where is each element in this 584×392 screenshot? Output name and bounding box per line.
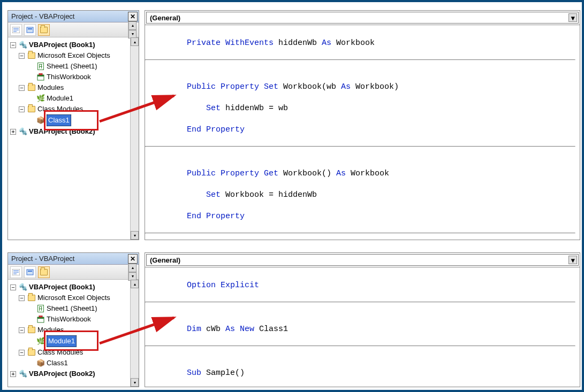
project-explorer-top: Project - VBAProject ✕ ▴▾ −🔩VBAProject (… [7, 10, 139, 240]
tree-scrollbar[interactable]: ▴▾ [130, 37, 139, 240]
tree-folder-class-modules[interactable]: −Class Modules [9, 347, 129, 358]
tree-item-sheet1[interactable]: Sheet1 (Sheet1) [9, 303, 129, 314]
vba-project-icon: 🔩 [19, 41, 27, 49]
code-pane-bottom: (General) ▾ Option Explicit Dim cWb As N… [145, 252, 580, 387]
code-pane-top: (General) ▾ Private WithEvents hiddenWb … [145, 10, 580, 240]
code-editor-bottom[interactable]: Option Explicit Dim cWb As New Class1 Su… [145, 267, 580, 387]
project-explorer-toolbar: ▴▾ [8, 265, 139, 280]
folder-icon [40, 27, 48, 33]
dropdown-value: (General) [150, 256, 180, 264]
tree-folder-class-modules[interactable]: −Class Modules [9, 104, 129, 114]
svg-rect-13 [28, 271, 32, 272]
workbook-icon [36, 315, 45, 324]
tree-label-selected: Class1 [47, 114, 71, 126]
project-explorer-title: Project - VBAProject [11, 255, 75, 263]
code-dropdown-bar: (General) ▾ [145, 11, 580, 25]
object-dropdown[interactable]: (General) ▾ [146, 12, 579, 24]
tree-folder-excel-objects[interactable]: −Microsoft Excel Objects [9, 293, 129, 303]
tree-item-module1[interactable]: 🌿Module1 [9, 335, 129, 347]
tree-label: Class Modules [37, 347, 83, 358]
tree-label: Modules [37, 325, 64, 335]
project-explorer-toolbar: ▴▾ [8, 22, 139, 37]
tree-scrollbar[interactable]: ▴▾ [130, 280, 139, 387]
tree-item-thisworkbook[interactable]: ThisWorkbook [9, 72, 129, 82]
vba-project-icon: 🔩 [19, 283, 27, 291]
project-explorer-bottom: Project - VBAProject ✕ ▴▾ −🔩VBAProject (… [7, 252, 139, 387]
scroll-up-icon[interactable]: ▴ [131, 37, 139, 46]
svg-rect-4 [27, 27, 33, 33]
scroll-down-icon[interactable]: ▾ [131, 378, 139, 387]
view-code-button[interactable] [10, 24, 22, 36]
tree-label: ThisWorkbook [47, 72, 91, 82]
dropdown-value: (General) [150, 14, 180, 22]
tree-project-book1[interactable]: −🔩VBAProject (Book1) [9, 282, 129, 293]
project-explorer-titlebar: Project - VBAProject ✕ [8, 11, 139, 22]
tree-item-class1[interactable]: 📦Class1 [9, 358, 129, 368]
class-icon: 📦 [36, 116, 45, 125]
tree-folder-excel-objects[interactable]: −Microsoft Excel Objects [9, 50, 129, 61]
folder-icon [27, 294, 36, 302]
folder-icon [27, 348, 36, 357]
folder-view-button[interactable] [38, 266, 50, 278]
folder-icon [40, 269, 48, 275]
workbook-icon [36, 73, 45, 81]
tree-label: Sheet1 (Sheet1) [47, 303, 97, 314]
tree-label: VBAProject (Book2) [29, 368, 95, 379]
module-icon: 🌿 [36, 337, 45, 345]
toolbar-scroll: ▴▾ [128, 21, 136, 39]
tree-folder-modules[interactable]: −Modules [9, 325, 129, 335]
tree-project-book2[interactable]: +🔩VBAProject (Book2) [9, 368, 129, 379]
code-dropdown-bar: (General) ▾ [145, 253, 580, 267]
close-button[interactable]: ✕ [128, 12, 138, 21]
folder-view-button[interactable] [38, 24, 50, 36]
chevron-down-icon[interactable]: ▾ [568, 256, 577, 264]
tree-item-class1[interactable]: 📦Class1 [9, 114, 129, 126]
folder-icon [27, 326, 36, 334]
tree-item-thisworkbook[interactable]: ThisWorkbook [9, 314, 129, 325]
tree-label: Microsoft Excel Objects [37, 293, 110, 303]
toolbar-scroll: ▴▾ [128, 264, 136, 281]
project-tree-top[interactable]: −🔩VBAProject (Book1) −Microsoft Excel Ob… [8, 37, 130, 240]
tree-project-book1[interactable]: −🔩VBAProject (Book1) [9, 40, 129, 50]
vba-project-icon: 🔩 [19, 127, 27, 136]
worksheet-icon [36, 304, 45, 313]
close-button[interactable]: ✕ [128, 254, 138, 264]
tree-label: VBAProject (Book1) [29, 282, 95, 293]
code-editor-top[interactable]: Private WithEvents hiddenWb As Workbook … [145, 25, 580, 240]
object-dropdown[interactable]: (General) ▾ [146, 254, 579, 266]
tree-label: VBAProject (Book2) [29, 126, 95, 137]
tree-label-selected: Module1 [47, 335, 77, 347]
tree-item-sheet1[interactable]: Sheet1 (Sheet1) [9, 61, 129, 72]
scroll-down-icon[interactable]: ▾ [131, 231, 139, 240]
worksheet-icon [36, 62, 45, 71]
project-explorer-titlebar: Project - VBAProject ✕ [8, 253, 139, 265]
tree-project-book2[interactable]: +🔩VBAProject (Book2) [9, 126, 129, 137]
scroll-up-icon[interactable]: ▴ [128, 264, 136, 272]
folder-icon [27, 83, 36, 92]
project-explorer-title: Project - VBAProject [11, 12, 75, 20]
tree-label: Class1 [47, 358, 68, 368]
tree-label: Class Modules [37, 104, 83, 114]
scroll-up-icon[interactable]: ▴ [128, 21, 136, 30]
tree-item-module1[interactable]: 🌿Module1 [9, 93, 129, 104]
tree-label: Modules [37, 82, 64, 93]
module-icon: 🌿 [36, 94, 45, 103]
tree-label: VBAProject (Book1) [29, 40, 95, 50]
tree-label: ThisWorkbook [47, 314, 91, 325]
svg-rect-12 [27, 270, 33, 275]
project-tree-bottom[interactable]: −🔩VBAProject (Book1) −Microsoft Excel Ob… [8, 280, 130, 387]
tree-folder-modules[interactable]: −Modules [9, 82, 129, 93]
scroll-up-icon[interactable]: ▴ [131, 280, 139, 288]
folder-icon [27, 105, 36, 113]
folder-icon [27, 51, 36, 60]
tree-label: Sheet1 (Sheet1) [47, 61, 97, 72]
class-icon: 📦 [36, 359, 45, 367]
tree-label: Module1 [47, 93, 73, 104]
view-code-button[interactable] [10, 266, 22, 278]
chevron-down-icon[interactable]: ▾ [568, 13, 577, 22]
view-object-button[interactable] [24, 24, 36, 36]
tree-label: Microsoft Excel Objects [37, 50, 110, 61]
vba-project-icon: 🔩 [19, 370, 27, 378]
svg-rect-5 [28, 28, 32, 29]
view-object-button[interactable] [24, 266, 36, 278]
